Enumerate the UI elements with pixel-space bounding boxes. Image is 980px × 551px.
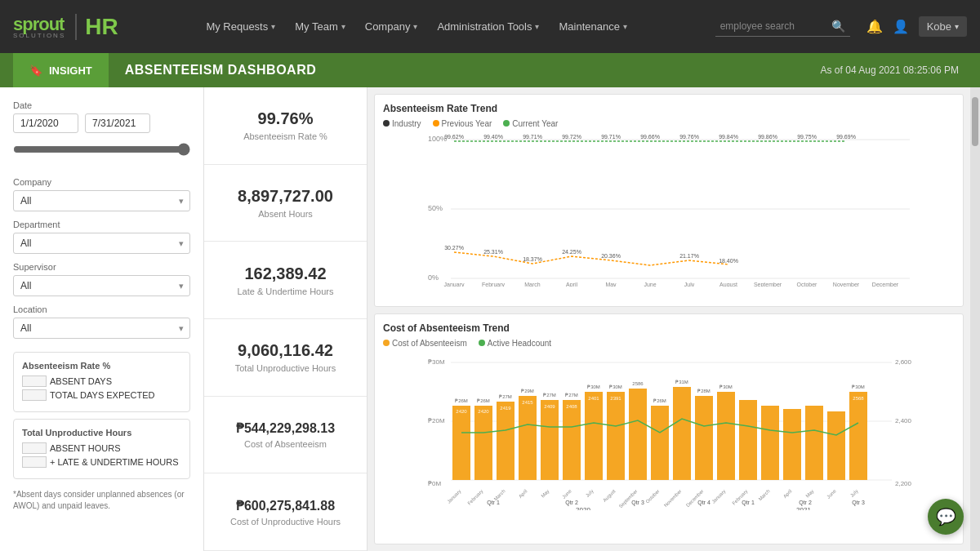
svg-text:Qtr 4: Qtr 4: [697, 500, 710, 506]
legend1-item-1: ABSENT DAYS: [22, 375, 181, 387]
hr-badge: HR: [75, 14, 118, 40]
nav-my-team[interactable]: My Team ▾: [287, 16, 354, 38]
svg-text:99.86%: 99.86%: [758, 134, 777, 140]
svg-text:February: February: [482, 282, 506, 287]
supervisor-select[interactable]: All: [13, 275, 190, 296]
bar-9: [651, 406, 669, 480]
svg-text:2419: 2419: [500, 406, 511, 411]
svg-text:99.84%: 99.84%: [719, 134, 738, 140]
svg-text:Qtr 3: Qtr 3: [852, 500, 865, 506]
svg-text:November: November: [833, 282, 860, 287]
user-icon[interactable]: 👤: [893, 19, 909, 34]
bar-12: [717, 392, 735, 480]
insight-bar: 🔖 INSIGHT ABSENTEEISM DASHBOARD As of 04…: [0, 53, 980, 87]
svg-text:2401: 2401: [588, 396, 599, 401]
svg-text:April: April: [518, 489, 528, 500]
svg-text:₱0M: ₱0M: [428, 480, 441, 487]
location-select[interactable]: All: [13, 318, 190, 339]
bar-4: [541, 400, 559, 480]
svg-text:₱27M: ₱27M: [565, 393, 578, 398]
svg-text:₱27M: ₱27M: [543, 393, 556, 398]
svg-text:Qtr 1: Qtr 1: [487, 500, 500, 506]
search-icon[interactable]: 🔍: [831, 20, 845, 33]
nav-maintenance[interactable]: Maintenance ▾: [550, 16, 635, 38]
chat-icon: 💬: [936, 507, 956, 527]
stat-cards: 99.76% Absenteeism Rate % 8,897,727.00 A…: [204, 87, 368, 551]
date-slider[interactable]: [13, 143, 190, 156]
stat-label-3: Total Unproductive Hours: [216, 363, 355, 373]
svg-text:24.25%: 24.25%: [562, 249, 581, 255]
stat-card-0: 99.76% Absenteeism Rate %: [204, 87, 367, 165]
legend-unproductive: Total Unproductive Hours ABSENT HOURS + …: [13, 419, 190, 479]
nav-company[interactable]: Company ▾: [357, 16, 426, 38]
scroll-thumb[interactable]: [972, 97, 978, 146]
department-label: Department: [13, 220, 190, 229]
svg-text:₱30M: ₱30M: [609, 384, 622, 389]
svg-text:30.27%: 30.27%: [444, 245, 464, 251]
svg-text:99.71%: 99.71%: [601, 134, 621, 140]
sidebar: Date Company All Department All Supervis…: [0, 87, 204, 551]
scrollbar[interactable]: [970, 87, 980, 551]
search-area[interactable]: 🔍: [715, 16, 850, 37]
bell-icon[interactable]: 🔔: [866, 19, 883, 34]
svg-text:2020: 2020: [576, 506, 590, 510]
header: sprout SOLUTIONS HR My Requests ▾ My Tea…: [0, 0, 980, 53]
nav-my-requests[interactable]: My Requests ▾: [198, 16, 283, 38]
insight-text: INSIGHT: [49, 64, 92, 77]
company-select[interactable]: All: [13, 190, 190, 211]
bar-17: [827, 411, 845, 480]
svg-text:99.40%: 99.40%: [483, 134, 503, 140]
svg-text:August: August: [719, 282, 737, 287]
bar-chart-svg: ₱30M ₱20M ₱0M 2,600 2,400 2,200 ₱26M 242…: [383, 351, 955, 510]
legend-absenteeism: Absenteeism Rate % ABSENT DAYS TOTAL DAY…: [13, 352, 190, 412]
svg-text:September: September: [754, 282, 782, 287]
svg-text:January: January: [444, 282, 465, 287]
search-input[interactable]: [720, 20, 826, 32]
svg-text:July: July: [585, 489, 595, 499]
company-label: Company: [13, 177, 190, 187]
main-nav: My Requests ▾ My Team ▾ Company ▾ Admini…: [135, 16, 699, 38]
svg-text:December: December: [872, 282, 899, 287]
department-select-wrapper: All: [13, 233, 190, 254]
date-start-input[interactable]: [13, 113, 78, 133]
legend1-item-2: TOTAL DAYS EXPECTED: [22, 389, 181, 401]
svg-text:2391: 2391: [610, 396, 621, 401]
svg-text:₱30M: ₱30M: [428, 358, 445, 366]
logo-sub: SOLUTIONS: [13, 32, 65, 39]
supervisor-select-wrapper: All: [13, 275, 190, 296]
supervisor-label: Supervisor: [13, 262, 190, 272]
bar-13: [739, 400, 757, 480]
svg-text:18.40%: 18.40%: [719, 258, 738, 264]
company-select-wrapper: All: [13, 190, 190, 211]
date-end-input[interactable]: [85, 113, 150, 133]
svg-text:Qtr 3: Qtr 3: [631, 500, 644, 506]
svg-text:₱30M: ₱30M: [587, 384, 600, 389]
svg-text:2,200: 2,200: [895, 480, 912, 487]
department-select[interactable]: All: [13, 233, 190, 254]
bar-16: [805, 406, 823, 480]
header-icons: 🔔 👤 Kobe ▾: [866, 16, 967, 37]
bar-5: [563, 400, 581, 480]
legend1-title: Absenteeism Rate %: [22, 361, 181, 371]
user-menu[interactable]: Kobe ▾: [919, 16, 967, 37]
svg-text:₱20M: ₱20M: [428, 417, 445, 424]
nav-admin-tools[interactable]: Administration Tools ▾: [429, 16, 547, 38]
bar-legend-headcount: Active Headcount: [479, 339, 551, 348]
chat-button[interactable]: 💬: [928, 499, 964, 535]
svg-text:₱28M: ₱28M: [697, 389, 710, 393]
svg-text:June: June: [561, 488, 572, 500]
svg-text:May: May: [540, 489, 550, 499]
bar-15: [783, 409, 801, 480]
svg-text:2408: 2408: [566, 404, 577, 409]
svg-text:₱27M: ₱27M: [499, 394, 512, 399]
svg-text:April: April: [566, 282, 577, 287]
svg-text:2420: 2420: [456, 409, 467, 414]
svg-text:June: June: [826, 488, 837, 500]
trend-chart-box: Absenteeism Rate Trend Industry Previous…: [374, 94, 964, 307]
legend-prev-year: Previous Year: [433, 119, 492, 128]
svg-text:₱30M: ₱30M: [852, 384, 865, 389]
svg-text:99.66%: 99.66%: [640, 134, 660, 140]
bar-2: [497, 402, 514, 480]
trend-chart-svg: 100% 50% 0% 99.62% 99.40% 99.71% 99.72% …: [383, 131, 955, 287]
svg-text:₱26M: ₱26M: [653, 398, 666, 403]
